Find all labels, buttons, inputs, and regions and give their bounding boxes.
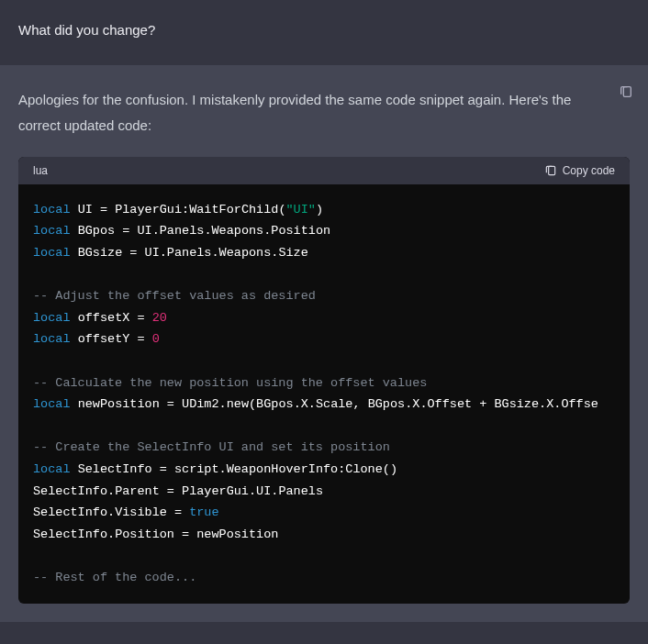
code-header: lua Copy code (18, 157, 630, 184)
user-message-block: What did you change? (0, 0, 648, 65)
code-language-label: lua (33, 164, 48, 177)
copy-code-label: Copy code (563, 164, 615, 177)
svg-rect-1 (548, 166, 554, 174)
user-message-text: What did you change? (18, 22, 630, 38)
svg-rect-0 (623, 87, 631, 97)
clipboard-icon (619, 83, 633, 100)
copy-code-button[interactable]: Copy code (544, 164, 615, 177)
assistant-message-block: Apologies for the confusion. I mistakenl… (0, 65, 648, 622)
assistant-intro-text: Apologies for the confusion. I mistakenl… (18, 87, 630, 139)
code-block: lua Copy code local UI = PlayerGui:WaitF… (18, 157, 630, 604)
code-content[interactable]: local UI = PlayerGui:WaitForChild("UI") … (18, 184, 630, 604)
copy-message-button[interactable] (619, 83, 633, 98)
clipboard-icon (544, 164, 557, 177)
